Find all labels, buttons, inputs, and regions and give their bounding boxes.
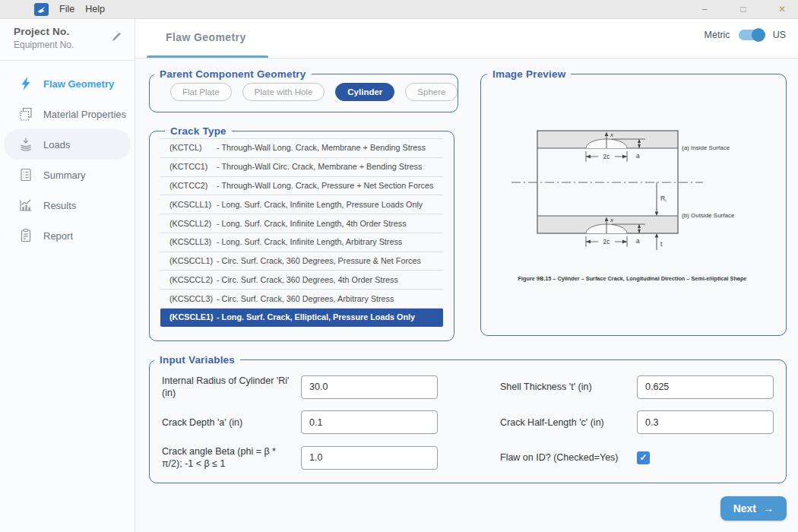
unit-us-label: US bbox=[773, 30, 786, 40]
titlebar: File Help – □ ✕ bbox=[0, 0, 798, 19]
tab-flaw-geometry[interactable]: Flaw Geometry bbox=[166, 31, 246, 43]
crack-type-list: (KCTCL)- Through-Wall Long. Crack, Membr… bbox=[160, 138, 443, 327]
flaw-on-id-label: Flaw on ID? (Checked=Yes) bbox=[500, 451, 637, 464]
crack-type-row[interactable]: (KCTCC2)- Through-Wall Long. Crack, Pres… bbox=[160, 176, 443, 195]
sidebar-item-label: Loads bbox=[43, 139, 70, 150]
sidebar-item-label: Material Properties bbox=[43, 109, 126, 120]
image-preview-section: Image Preview x a bbox=[480, 68, 787, 336]
sidebar-item-report[interactable]: Report bbox=[4, 220, 131, 251]
sidebar-item-summary[interactable]: Summary bbox=[4, 160, 131, 190]
section-title: Image Preview bbox=[487, 68, 571, 80]
unit-toggle[interactable] bbox=[739, 30, 765, 40]
crack-angle-beta-label: Crack angle Beta (phi = β * π/2); -1 < β… bbox=[162, 445, 301, 470]
internal-radius-label: Internal Radius of Cylinder 'Ri' (in) bbox=[162, 375, 301, 399]
shell-thickness-label: Shell Thickness 't' (in) bbox=[500, 381, 637, 393]
crack-geometry-figure: x a 2c Ri x bbox=[483, 81, 784, 325]
lightning-icon bbox=[18, 76, 33, 91]
crack-depth-input[interactable] bbox=[301, 410, 438, 434]
svg-text:Figure 9B.15 – Cylinder – Surf: Figure 9B.15 – Cylinder – Surface Crack,… bbox=[518, 275, 747, 282]
sidebar-item-material-properties[interactable]: Material Properties bbox=[4, 99, 131, 129]
maximize-button[interactable]: □ bbox=[738, 4, 749, 14]
svg-text:a: a bbox=[636, 237, 640, 245]
svg-text:2c: 2c bbox=[603, 153, 611, 160]
sidebar-item-label: Results bbox=[43, 200, 76, 211]
material-icon bbox=[18, 106, 33, 122]
crack-half-length-input[interactable] bbox=[637, 410, 774, 434]
crack-type-row[interactable]: (KCSCCL2)- Circ. Surf. Crack, 360 Degree… bbox=[160, 270, 443, 289]
section-title: Crack Type bbox=[165, 125, 232, 137]
minimize-button[interactable]: – bbox=[699, 4, 710, 14]
edit-pencil-icon[interactable] bbox=[111, 31, 122, 46]
geometry-sphere-button[interactable]: Sphere bbox=[405, 83, 458, 101]
parent-component-geometry-section: Parent Component Geometry Flat Plate Pla… bbox=[149, 68, 458, 112]
crack-type-row[interactable]: (KCSCCL1)- Circ. Surf. Crack, 360 Degree… bbox=[160, 252, 443, 271]
geometry-plate-with-hole-button[interactable]: Plate with Hole bbox=[242, 83, 325, 101]
loads-icon bbox=[18, 137, 33, 152]
crack-type-row[interactable]: (KCSCLL2)- Long. Surf. Crack, Infinite L… bbox=[160, 214, 443, 233]
section-title: Parent Component Geometry bbox=[154, 68, 312, 80]
svg-text:Ri: Ri bbox=[660, 195, 666, 203]
close-button[interactable]: ✕ bbox=[777, 4, 787, 14]
crack-half-length-label: Crack Half-Length 'c' (in) bbox=[500, 416, 637, 429]
svg-text:(b) Outside Surface: (b) Outside Surface bbox=[682, 212, 735, 219]
sidebar-item-label: Flaw Geometry bbox=[43, 78, 114, 90]
geometry-cylinder-button[interactable]: Cylinder bbox=[335, 83, 394, 101]
menu-file[interactable]: File bbox=[59, 4, 74, 14]
sidebar-item-results[interactable]: Results bbox=[4, 190, 131, 220]
flaw-on-id-checkbox[interactable]: ✓ bbox=[637, 451, 650, 464]
project-number-label: Project No. bbox=[14, 26, 124, 37]
equipment-number-label: Equipment No. bbox=[14, 40, 124, 50]
app-icon bbox=[34, 3, 49, 16]
sidebar-item-flaw-geometry[interactable]: Flaw Geometry bbox=[4, 68, 131, 99]
crack-type-row[interactable]: (KCTCC1)- Through-Wall Circ. Crack, Memb… bbox=[160, 157, 443, 176]
sidebar-item-loads[interactable]: Loads bbox=[4, 129, 131, 160]
unit-metric-label: Metric bbox=[705, 30, 730, 40]
svg-text:a: a bbox=[636, 152, 640, 160]
menu-help[interactable]: Help bbox=[85, 4, 105, 14]
input-variables-section: Input Variables Internal Radius of Cylin… bbox=[149, 354, 787, 483]
section-title: Input Variables bbox=[154, 354, 240, 366]
sidebar-nav: Flaw Geometry Material Properties Loads bbox=[0, 61, 135, 251]
geometry-flat-plate-button[interactable]: Flat Plate bbox=[170, 83, 232, 101]
crack-angle-beta-input[interactable] bbox=[301, 446, 438, 470]
crack-depth-label: Crack Depth 'a' (in) bbox=[162, 416, 301, 429]
crack-type-row[interactable]: (KCSCLL3)- Long. Surf. Crack, Infinite L… bbox=[160, 233, 443, 252]
crack-type-section: Crack Type (KCTCL)- Through-Wall Long. C… bbox=[149, 125, 454, 341]
shell-thickness-input[interactable] bbox=[637, 375, 774, 399]
report-icon bbox=[18, 228, 33, 243]
arrow-right-icon: → bbox=[763, 502, 774, 515]
tab-indicator bbox=[147, 55, 268, 59]
topbar: Flaw Geometry Metric US bbox=[135, 19, 798, 59]
main-content: Parent Component Geometry Flat Plate Pla… bbox=[135, 59, 798, 532]
project-header: Project No. Equipment No. bbox=[0, 19, 135, 61]
internal-radius-input[interactable] bbox=[301, 375, 438, 399]
crack-type-row[interactable]: (KCSCLL1)- Long. Surf. Crack, Infinite L… bbox=[160, 195, 443, 214]
crack-type-row-selected[interactable]: (KCSCLE1)- Long. Surf. Crack, Elliptical… bbox=[160, 308, 443, 327]
results-icon bbox=[18, 198, 33, 213]
check-icon: ✓ bbox=[639, 452, 647, 463]
toggle-knob bbox=[752, 28, 765, 42]
sidebar-item-label: Report bbox=[43, 230, 73, 242]
svg-text:2c: 2c bbox=[603, 238, 611, 245]
summary-icon bbox=[18, 167, 33, 182]
sidebar: Project No. Equipment No. Flaw Geometry … bbox=[0, 19, 135, 532]
sidebar-item-label: Summary bbox=[43, 169, 86, 181]
crack-type-row[interactable]: (KCSCCL3)- Circ. Surf. Crack, 360 Degree… bbox=[160, 289, 443, 308]
svg-text:t: t bbox=[660, 240, 663, 248]
crack-type-row[interactable]: (KCTCL)- Through-Wall Long. Crack, Membr… bbox=[160, 138, 443, 157]
svg-text:(a) Inside Surface: (a) Inside Surface bbox=[682, 144, 730, 151]
next-button[interactable]: Next → bbox=[720, 496, 787, 521]
